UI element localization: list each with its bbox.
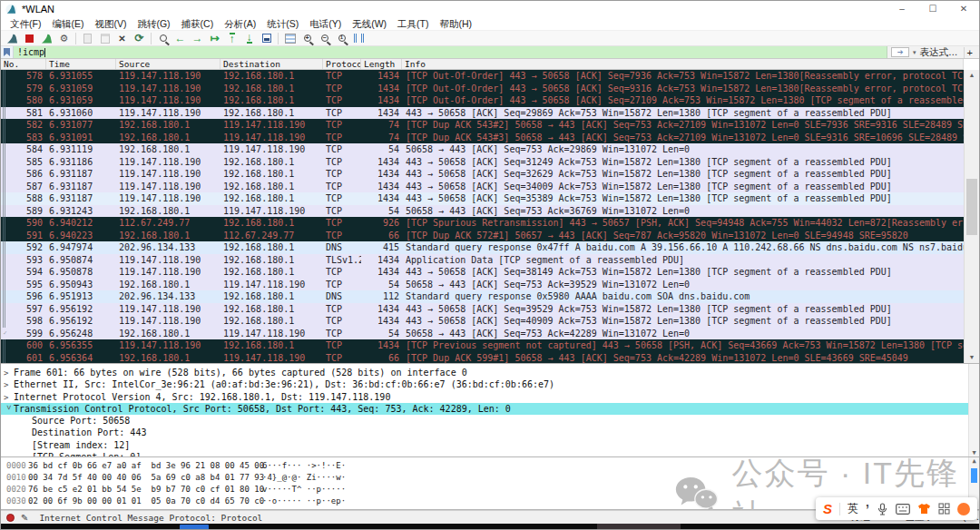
packet-row-599[interactable]: ✓5996.956248192.168.180.1119.147.118.190…: [1, 328, 964, 340]
packet-row-596[interactable]: 5966.951913202.96.134.133192.168.180.1DN…: [1, 290, 964, 303]
display-filter-input[interactable]: !icmp: [14, 46, 887, 58]
toolbox-grid-icon[interactable]: [938, 503, 950, 515]
packet-row-586[interactable]: 5866.931187119.147.118.190192.168.180.1T…: [1, 168, 964, 181]
packet-row-594[interactable]: 5946.950878119.147.118.190192.168.180.1T…: [1, 266, 964, 279]
close-file-icon[interactable]: ✕: [113, 31, 131, 45]
packet-row-583[interactable]: 5836.931091192.168.180.1119.147.118.190T…: [1, 132, 964, 144]
menu-item-6[interactable]: 统计(S): [261, 17, 304, 31]
menu-item-1[interactable]: 编辑(E): [46, 17, 89, 31]
maximize-button[interactable]: ☐: [917, 1, 948, 17]
packet-row-584[interactable]: 5846.931119192.168.180.1119.147.118.190T…: [1, 143, 964, 156]
column-header-info[interactable]: Info: [402, 59, 964, 69]
go-forward-icon[interactable]: →: [189, 31, 206, 45]
filter-bookmark-icon[interactable]: [1, 46, 14, 58]
packet-row-585[interactable]: 5856.931186119.147.118.190192.168.180.1T…: [1, 156, 964, 169]
ime-language-toggle[interactable]: 英: [848, 501, 858, 516]
ime-more-icon[interactable]: [957, 503, 970, 515]
start-capture-icon[interactable]: [4, 31, 21, 45]
column-header-time[interactable]: Time: [46, 59, 116, 69]
packet-row-590[interactable]: 5906.940212112.67.249.77192.168.180.1TCP…: [1, 217, 964, 230]
packet-row-589[interactable]: 5896.931243192.168.180.1119.147.118.190T…: [1, 205, 964, 218]
stop-capture-icon[interactable]: [21, 31, 38, 45]
detail-line-1[interactable]: >Ethernet II, Src: IntelCor_3e:96:21 (a0…: [1, 378, 979, 390]
packet-row-588[interactable]: 5886.931187119.147.118.190192.168.180.1T…: [1, 192, 964, 205]
auto-scroll-icon[interactable]: [258, 31, 275, 45]
menu-item-10[interactable]: 帮助(H): [435, 17, 478, 31]
go-back-icon[interactable]: ←: [172, 31, 189, 45]
collapse-arrow-icon[interactable]: >: [3, 405, 15, 415]
skin-shirt-icon[interactable]: [917, 503, 931, 515]
packet-row-597[interactable]: 5976.956192119.147.118.190192.168.180.1T…: [1, 303, 964, 316]
packet-row-579[interactable]: 5796.931059119.147.118.190192.168.180.1T…: [1, 83, 964, 95]
close-button[interactable]: ✕: [948, 1, 979, 17]
restart-capture-icon[interactable]: [38, 31, 55, 45]
menu-item-0[interactable]: 文件(F): [5, 17, 46, 31]
packet-row-601[interactable]: 6016.956364192.168.180.1119.147.118.190T…: [1, 352, 964, 365]
detail-line-2[interactable]: >Internet Protocol Version 4, Src: 192.1…: [1, 391, 979, 403]
detail-line-0[interactable]: >Frame 601: 66 bytes on wire (528 bits),…: [1, 367, 979, 378]
save-file-icon[interactable]: [96, 31, 113, 45]
column-header-length[interactable]: Length: [361, 59, 402, 69]
apply-filter-button[interactable]: ➔: [891, 47, 909, 57]
packet-row-578[interactable]: 5786.931055119.147.118.190192.168.180.1T…: [1, 70, 964, 83]
microphone-icon[interactable]: [877, 503, 888, 515]
capture-comment-icon[interactable]: ✎: [21, 513, 28, 523]
detail-line-5[interactable]: Destination Port: 443: [1, 427, 979, 438]
go-top-icon[interactable]: ↑: [223, 31, 240, 45]
menu-item-4[interactable]: 捕获(C): [176, 17, 220, 31]
details-scroll-down-icon[interactable]: ▼: [969, 449, 979, 456]
expand-arrow-icon[interactable]: >: [4, 379, 14, 391]
menu-item-9[interactable]: 工具(T): [392, 17, 434, 31]
open-file-icon[interactable]: [79, 31, 96, 45]
resize-columns-icon[interactable]: [350, 31, 368, 45]
column-header-no[interactable]: No.: [1, 59, 46, 69]
detail-line-7[interactable]: [TCP Segment Len: 0]: [1, 451, 979, 457]
packet-row-598[interactable]: 5986.956192119.147.118.190192.168.180.1T…: [1, 315, 964, 328]
column-header-destination[interactable]: Destination: [220, 59, 323, 69]
packet-row-587[interactable]: 5876.931187119.147.118.190192.168.180.1T…: [1, 181, 964, 193]
scrollbar-thumb[interactable]: [966, 179, 977, 235]
capture-options-icon[interactable]: ⚙: [55, 31, 73, 45]
colorize-icon[interactable]: [281, 31, 299, 45]
add-filter-button[interactable]: +: [964, 47, 975, 58]
detail-line-3[interactable]: >Transmission Control Protocol, Src Port…: [1, 403, 979, 415]
packet-row-581[interactable]: 5816.931060119.147.118.190192.168.180.1T…: [1, 107, 964, 120]
column-header-protocol[interactable]: Protocol: [323, 59, 361, 69]
zoom-in-icon[interactable]: [299, 31, 316, 45]
column-header-source[interactable]: Source: [116, 59, 220, 69]
scroll-down-arrow-icon[interactable]: ▼: [965, 352, 979, 363]
menu-item-5[interactable]: 分析(A): [219, 17, 261, 31]
menu-item-7[interactable]: 电话(Y): [304, 17, 347, 31]
packet-row-591[interactable]: 5916.940223192.168.180.1112.67.249.77TCP…: [1, 230, 964, 242]
hex-row-0000[interactable]: 000036 bd cf 0b 66 e7 a0 af bd 3e 96 21 …: [1, 460, 979, 472]
detail-line-4[interactable]: Source Port: 50658: [1, 415, 979, 427]
menu-item-8[interactable]: 无线(W): [347, 17, 392, 31]
scroll-up-arrow-icon[interactable]: ▲: [965, 70, 979, 81]
menu-item-2[interactable]: 视图(V): [89, 17, 132, 31]
reload-icon[interactable]: ⟳: [131, 31, 148, 45]
filter-history-dropdown[interactable]: ▾: [913, 49, 916, 56]
packet-row-582[interactable]: 5826.931077192.168.180.1119.147.118.190T…: [1, 119, 964, 132]
details-scrollbar[interactable]: ▼: [968, 364, 979, 456]
minimize-button[interactable]: –: [887, 1, 917, 17]
expert-info-icon[interactable]: [6, 514, 15, 522]
packet-row-592[interactable]: 5926.947974202.96.134.133192.168.180.1DN…: [1, 241, 964, 254]
ime-punctuation-toggle[interactable]: ’: [866, 505, 869, 513]
bytes-scrollbar-thumb[interactable]: [971, 468, 977, 483]
hex-row-0010[interactable]: 001000 34 7d 5f 40 00 40 06 5a 69 c0 a8 …: [1, 472, 979, 484]
expand-arrow-icon[interactable]: >: [4, 368, 14, 379]
detail-line-6[interactable]: [Stream index: 12]: [1, 439, 979, 451]
go-to-icon[interactable]: ↦: [206, 31, 223, 45]
sogou-logo-icon[interactable]: S: [823, 501, 832, 516]
packet-row-580[interactable]: 5806.931059119.147.118.190192.168.180.1T…: [1, 94, 964, 107]
expression-button[interactable]: 表达式…: [920, 46, 958, 59]
hex-row-0020[interactable]: 002076 be c5 e2 01 bb 54 5e b9 b7 70 c0 …: [1, 484, 979, 496]
bytes-scroll-up-icon[interactable]: ▲: [969, 457, 979, 465]
find-icon[interactable]: [154, 31, 172, 45]
zoom-reset-icon[interactable]: [333, 31, 350, 45]
packet-row-595[interactable]: 5956.950943192.168.180.1119.147.118.190T…: [1, 279, 964, 291]
packet-row-600[interactable]: 6006.956355119.147.118.190192.168.180.1T…: [1, 339, 964, 352]
menu-item-3[interactable]: 跳转(G): [132, 17, 175, 31]
expand-arrow-icon[interactable]: >: [4, 392, 14, 404]
zoom-out-icon[interactable]: [316, 31, 333, 45]
